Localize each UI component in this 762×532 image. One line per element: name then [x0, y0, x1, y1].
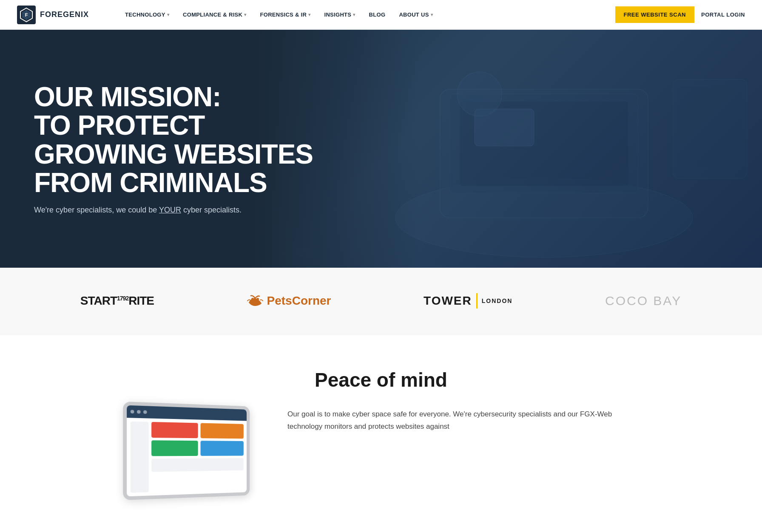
tablet-card-row [151, 422, 244, 439]
free-scan-button[interactable]: FREE WEBSITE SCAN [615, 6, 694, 23]
client-logo-cocobay: COCO BAY [605, 294, 682, 308]
portal-login-button[interactable]: PORTAL LOGIN [701, 11, 745, 18]
client-logo-petscorner: PetsCorner [247, 294, 331, 308]
nav-item-technology[interactable]: TECHNOLOGY ▾ [119, 8, 175, 21]
brand-name: FOREGENIX [40, 10, 89, 19]
hero-title: OUR MISSION: TO PROTECT GROWING WEBSITES… [34, 83, 315, 197]
tablet-card-blue [201, 441, 244, 456]
hero-subtitle: We're cyber specialists, we could be YOU… [34, 206, 315, 215]
nav-item-about[interactable]: ABOUT US ▾ [393, 8, 439, 21]
svg-point-20 [251, 298, 254, 300]
tablet-dot-2 [137, 410, 141, 414]
peace-body-text: Our goal is to make cyber space safe for… [287, 404, 636, 433]
tablet-card-green [151, 440, 198, 456]
nav-cta-area: FREE WEBSITE SCAN PORTAL LOGIN [615, 6, 745, 23]
chevron-down-icon: ▾ [244, 12, 246, 17]
tablet-main-area [151, 422, 244, 492]
client-logo-startrite: START1792RITE [80, 294, 154, 308]
nav-item-insights[interactable]: INSIGHTS ▾ [318, 8, 361, 21]
chevron-down-icon: ▾ [353, 12, 355, 17]
hero-content: OUR MISSION: TO PROTECT GROWING WEBSITES… [0, 57, 349, 240]
tablet-screen [127, 405, 247, 497]
tablet-dot-3 [143, 410, 147, 414]
tower-london-divider [476, 293, 478, 308]
foregenix-logo-icon: F [17, 6, 36, 24]
client-logos-section: START1792RITE PetsCorner TOWER LONDON CO… [0, 268, 762, 334]
hero-your-text: YOUR [159, 206, 181, 214]
tablet-card-orange [201, 423, 244, 439]
tablet-card-row-2 [151, 440, 244, 456]
nav-item-compliance[interactable]: COMPLIANCE & RISK ▾ [177, 8, 252, 21]
tablet-frame [123, 402, 250, 500]
nav-item-forensics[interactable]: FORENSICS & IR ▾ [254, 8, 317, 21]
chevron-down-icon: ▾ [308, 12, 310, 17]
tablet-card-red [151, 422, 198, 438]
chevron-down-icon: ▾ [431, 12, 433, 17]
tablet-row-bar [151, 458, 244, 472]
nav-links: TECHNOLOGY ▾ COMPLIANCE & RISK ▾ FORENSI… [119, 8, 615, 21]
svg-text:F: F [25, 12, 28, 17]
nav-item-blog[interactable]: BLOG [363, 8, 392, 21]
svg-point-21 [256, 298, 259, 300]
tablet-sidebar [131, 422, 149, 493]
chevron-down-icon: ▾ [167, 12, 169, 17]
svg-rect-10 [678, 87, 742, 166]
tablet-content [127, 418, 247, 496]
peace-body-area: Our goal is to make cyber space safe for… [126, 404, 636, 506]
logo-area[interactable]: F FOREGENIX [17, 6, 102, 24]
pets-corner-icon [247, 294, 264, 308]
client-logo-towerlondon: TOWER LONDON [424, 293, 512, 308]
peace-section: Peace of mind [0, 334, 762, 523]
tablet-illustration [126, 404, 262, 506]
tablet-dot-1 [131, 410, 134, 414]
hero-section: OUR MISSION: TO PROTECT GROWING WEBSITES… [0, 30, 762, 268]
navbar: F FOREGENIX TECHNOLOGY ▾ COMPLIANCE & RI… [0, 0, 762, 30]
svg-point-8 [460, 96, 499, 111]
peace-title: Peace of mind [315, 368, 447, 391]
